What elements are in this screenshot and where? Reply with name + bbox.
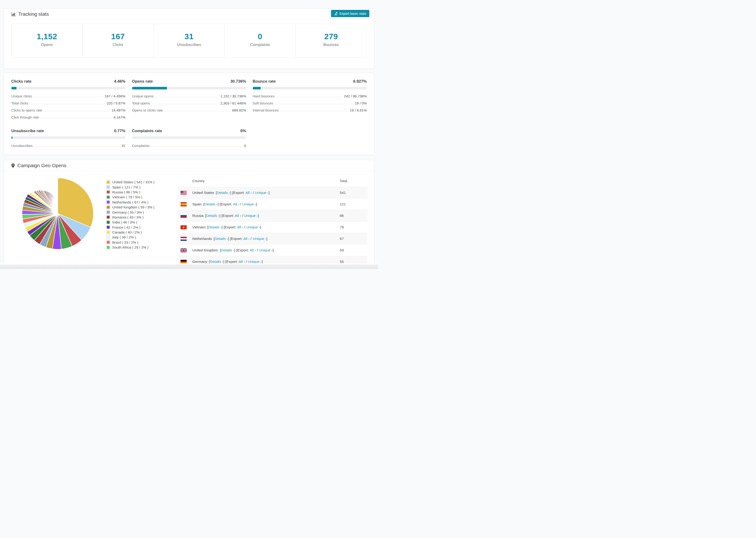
rate-detail-row: Internal bounces19 / 6.81% — [253, 108, 367, 112]
details-link[interactable]: Details › — [206, 214, 220, 218]
details-link[interactable]: Details › — [210, 260, 223, 264]
summary-label: Bounces — [296, 42, 366, 47]
rate-block-opens-rate: Opens rate30.736%Unique opens1,152 / 30.… — [132, 79, 246, 119]
legend-item[interactable]: France ( 42 / 2% ) — [106, 225, 162, 230]
summary-cell-complaints: 0Complaints — [225, 24, 296, 58]
legend-swatch — [106, 190, 110, 194]
legend-item[interactable]: United Kingdom ( 59 / 3% ) — [106, 205, 162, 210]
legend-label: Canada ( 40 / 2% ) — [112, 230, 142, 234]
export-all-link[interactable]: All › — [239, 260, 245, 264]
legend-swatch — [106, 180, 110, 184]
geo-legend: United States ( 541 / 31% )Spain ( 121 /… — [106, 180, 162, 267]
dotted-leader — [30, 104, 105, 104]
export-unique-link[interactable]: Unique › — [244, 214, 258, 218]
country-name: United States — [192, 190, 214, 195]
summary-cell-bounces: 279Bounces — [296, 24, 366, 58]
legend-item[interactable]: India ( 46 / 3% ) — [106, 220, 162, 225]
geo-opens-title: Campaign Geo Opens — [11, 163, 67, 168]
table-row-vn: Vietnam[Details ›] [Export: All › / Uniq… — [178, 221, 367, 233]
detail-label: Complaints — [132, 144, 149, 148]
detail-label: Unique opens — [132, 94, 154, 98]
legend-swatch — [106, 241, 110, 244]
table-row-nl: Netherlands[Details ›] [Export: All › / … — [178, 233, 367, 244]
details-link[interactable]: Details › — [208, 225, 222, 229]
table-row-gb: United Kingdom[Details ›] [Export: All ›… — [178, 244, 367, 256]
export-unique-link[interactable]: Unique › — [253, 237, 266, 241]
details-link[interactable]: Details › — [204, 202, 218, 206]
rate-value: 30.736% — [230, 79, 246, 84]
country-name: Netherlands — [192, 237, 212, 241]
bracket-text: / — [256, 248, 259, 252]
legend-item[interactable]: Italy ( 36 / 2% ) — [106, 235, 162, 240]
export-all-link[interactable]: All › — [245, 190, 252, 194]
legend-item[interactable]: Russia ( 86 / 5% ) — [106, 190, 162, 194]
detail-label: Clicks to opens rate — [11, 108, 42, 112]
legend-item[interactable]: Brazil ( 33 / 2% ) — [106, 240, 162, 245]
summary-row: 1,152Opens167Clicks31Unsubscribes0Compla… — [11, 24, 367, 58]
legend-item[interactable]: Vietnam ( 79 / 5% ) — [106, 194, 162, 199]
bracket-text: / — [239, 202, 242, 206]
dotted-leader — [34, 146, 120, 147]
detail-value: 242 / 86.738% — [344, 94, 367, 98]
export-all-link[interactable]: All › — [237, 225, 243, 229]
bracket-text: [Export: — [221, 214, 235, 218]
export-unique-link[interactable]: Unique › — [242, 202, 256, 206]
export-unique-link[interactable]: Unique › — [246, 225, 260, 229]
legend-swatch — [106, 205, 110, 209]
legend-label: Italy ( 36 / 2% ) — [112, 235, 136, 239]
export-basic-stats-button[interactable]: Export basic stats — [331, 10, 369, 17]
bracket-text: [Export: — [236, 248, 249, 252]
export-unique-link[interactable]: Unique › — [255, 190, 269, 194]
row-links: [Details ›] [Export: All › / Unique ›] — [207, 225, 261, 229]
detail-value: 14.497% — [112, 108, 125, 112]
legend-label: France ( 42 / 2% ) — [112, 225, 140, 229]
country-cell: Netherlands[Details ›] [Export: All › / … — [178, 237, 340, 241]
bar-chart-icon — [11, 12, 16, 17]
rate-progressbar — [11, 136, 125, 139]
detail-value: 19 / 6.81% — [350, 108, 367, 112]
rate-progressbar — [253, 87, 367, 89]
rate-detail-rows: Unique opens1,152 / 30.736%Total opens2,… — [132, 94, 246, 112]
export-all-link[interactable]: All › — [243, 237, 249, 241]
table-row-ru: Russia[Details ›] [Export: All › / Uniqu… — [178, 210, 367, 221]
detail-value: 0 — [244, 144, 246, 148]
bracket-text: [Export: — [225, 260, 239, 264]
legend-item[interactable]: Netherlands ( 67 / 4% ) — [106, 200, 162, 205]
export-unique-link[interactable]: Unique › — [248, 260, 262, 264]
country-name: United Kingdom — [192, 248, 218, 252]
export-all-link[interactable]: All › — [249, 248, 256, 252]
legend-item[interactable]: Spain ( 121 / 7% ) — [106, 185, 162, 189]
rate-detail-row: Clicks to opens rate14.497% — [11, 108, 125, 112]
legend-item[interactable]: Canada ( 40 / 2% ) — [106, 230, 162, 235]
export-all-link[interactable]: All › — [235, 214, 241, 218]
legend-item[interactable]: South Africa ( 29 / 2% ) — [106, 245, 162, 250]
details-link[interactable]: Details › — [215, 237, 228, 241]
detail-value: 1,152 / 30.736% — [220, 94, 246, 98]
rate-detail-row: Soft bounces18 / 0% — [253, 101, 367, 105]
export-icon — [334, 12, 338, 15]
geo-opens-title-text: Campaign Geo Opens — [17, 163, 67, 168]
summary-value: 0 — [225, 32, 296, 40]
legend-item[interactable]: United States ( 541 / 31% ) — [106, 180, 162, 185]
summary-value: 31 — [153, 32, 225, 40]
dotted-leader — [151, 146, 243, 147]
total-cell: 79 — [340, 225, 367, 229]
bracket-text: ] — [256, 202, 257, 206]
detail-value: 220 / 5.87% — [107, 101, 125, 105]
export-all-link[interactable]: All › — [233, 202, 239, 206]
legend-item[interactable]: Romania ( 49 / 3% ) — [106, 215, 162, 220]
rate-detail-rows: Unsubscribes31 — [11, 144, 125, 148]
legend-item[interactable]: Germany ( 55 / 3% ) — [106, 210, 162, 215]
flag-nl-icon — [181, 237, 187, 241]
legend-swatch — [106, 195, 110, 199]
export-unique-link[interactable]: Unique › — [259, 248, 273, 252]
details-link[interactable]: Details › — [217, 190, 230, 194]
detail-value: 167 / 4.456% — [105, 94, 125, 98]
flag-gb-icon — [181, 248, 187, 252]
detail-value: 18 / 0% — [355, 101, 367, 105]
details-link[interactable]: Details › — [221, 248, 234, 252]
rate-title: Bounce rate — [253, 79, 276, 84]
rate-progress-fill — [132, 87, 167, 89]
total-cell: 86 — [340, 214, 367, 218]
detail-value: 31 — [121, 144, 125, 148]
